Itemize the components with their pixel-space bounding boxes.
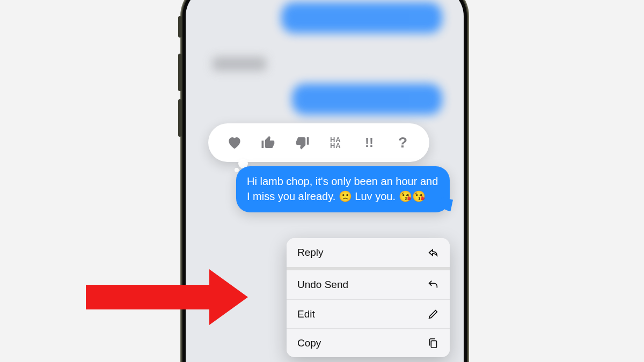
- reply-label: Reply: [297, 247, 324, 258]
- svg-rect-0: [431, 341, 436, 348]
- edit-button[interactable]: Edit: [287, 299, 450, 328]
- volume-up-button: [178, 54, 181, 91]
- edit-label: Edit: [297, 308, 315, 320]
- blurred-message-bubble: [292, 84, 442, 115]
- pencil-icon: [427, 308, 439, 320]
- copy-label: Copy: [297, 337, 321, 349]
- message-bubble[interactable]: Hi lamb chop, it's only been an hour and…: [236, 166, 450, 212]
- annotation-arrow: [86, 269, 248, 325]
- message-text: Hi lamb chop, it's only been an hour and…: [247, 175, 438, 202]
- copy-icon: [427, 337, 439, 349]
- reply-icon: [427, 247, 439, 258]
- haha-icon[interactable]: HAHA: [324, 131, 347, 154]
- arrow-shaft: [86, 285, 209, 309]
- question-icon[interactable]: ?: [392, 131, 414, 154]
- copy-button[interactable]: Copy: [287, 328, 450, 357]
- haha-text-bottom: HA: [330, 142, 341, 150]
- bubble-tail: [439, 197, 453, 211]
- mute-switch: [178, 16, 181, 38]
- exclaim-icon[interactable]: !!: [358, 131, 380, 154]
- undo-send-label: Undo Send: [297, 279, 348, 291]
- exclaim-text: !!: [365, 135, 374, 150]
- context-menu: Reply Undo Send Edit Copy: [287, 238, 450, 357]
- arrow-head-icon: [209, 269, 248, 325]
- volume-down-button: [178, 99, 181, 137]
- undo-icon: [427, 279, 439, 291]
- reply-button[interactable]: Reply: [287, 238, 450, 267]
- blurred-message-bubble: [281, 2, 442, 33]
- blurred-timestamp: [213, 57, 266, 71]
- tapback-bar: HAHA !! ?: [208, 123, 429, 162]
- question-text: ?: [398, 134, 407, 151]
- thumbs-down-icon[interactable]: [291, 131, 313, 154]
- heart-icon[interactable]: [223, 131, 246, 154]
- thumbs-up-icon[interactable]: [257, 131, 280, 154]
- undo-send-button[interactable]: Undo Send: [287, 270, 450, 299]
